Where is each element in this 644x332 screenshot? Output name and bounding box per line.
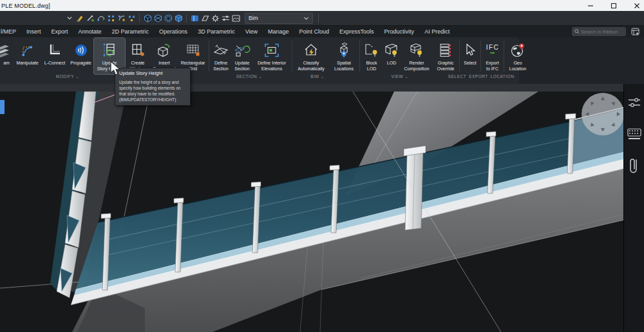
titlebar: PLE MODEL.dwg] (0, 0, 644, 11)
tab-mep[interactable]: l/MEP (0, 28, 21, 35)
toolbar-separator (318, 14, 319, 23)
ribbon-button-propagate[interactable]: Propagate (68, 38, 94, 74)
ribbon-button-update-section[interactable]: Update Section (232, 38, 252, 74)
iso-cube-2-icon[interactable] (153, 13, 163, 23)
group-separator (359, 41, 360, 72)
group-label-export[interactable]: EXPORT (469, 74, 488, 79)
group-separator (209, 41, 209, 72)
tab-operations[interactable]: Operations (154, 28, 193, 35)
create-window-icon (129, 40, 146, 61)
manipulate-icon (19, 40, 36, 61)
group-label-select[interactable]: SELECT (448, 74, 466, 79)
group-separator (292, 41, 292, 72)
ribbon-button-export-to-ifc[interactable]: IFC Export to IFC (482, 38, 503, 74)
define-interior-elevations-icon (263, 40, 280, 61)
l-connect-icon (46, 40, 63, 61)
panel-board-icon[interactable] (627, 128, 642, 142)
search-input[interactable] (581, 29, 623, 35)
tab-3d-parametric[interactable]: 3D Parametric (193, 28, 240, 35)
tooltip-update-story-height: Update Story Height Update the height of… (115, 68, 191, 106)
toolbar-separator (139, 14, 140, 23)
group-label-bim[interactable]: BIM (310, 74, 324, 79)
point-grid-icon[interactable] (106, 13, 116, 23)
ribbon-button-lod[interactable]: LOD (383, 38, 401, 74)
ribbon-button-define-interior-elevations[interactable]: Define Interior Elevations (252, 38, 291, 74)
ribbon-button-beam[interactable]: am (0, 38, 13, 74)
ribbon-button-select[interactable]: Select (460, 38, 480, 74)
tooltip-body: Update the height of a story and specify… (119, 79, 186, 97)
tab-productivity[interactable]: Productivity (379, 28, 420, 35)
tooltip-title: Update Story Height (119, 70, 186, 76)
tab-annotate[interactable]: Annotate (73, 28, 107, 35)
workspace-dropdown[interactable]: Bim (245, 13, 313, 24)
ribbon-button-block-lod[interactable]: Block LOD (361, 38, 383, 74)
ribbon-button-l-connect[interactable]: L-Connect (42, 38, 68, 74)
tab-insert[interactable]: Insert (21, 28, 46, 35)
overlay-sliders-icon[interactable] (220, 13, 231, 23)
ribbon-button-manipulate[interactable]: Manipulate (13, 38, 42, 74)
tab-export[interactable]: Export (46, 28, 73, 35)
classify-automatically-icon (303, 40, 319, 61)
update-story-height-icon (101, 40, 118, 61)
navigation-wheel[interactable] (582, 93, 624, 135)
lasso-points-icon[interactable] (116, 13, 126, 23)
workspace-name: Bim (249, 15, 258, 21)
image-icon[interactable] (231, 13, 241, 23)
model-viewport[interactable] (0, 84, 644, 332)
ribbon-button-render-composition[interactable]: Render Composition (401, 38, 433, 74)
group-separator (504, 41, 504, 72)
group-label-section[interactable]: SECTION (236, 74, 263, 79)
close-button[interactable] (632, 1, 641, 10)
ribbon-search[interactable] (572, 27, 626, 36)
ribbon: am Manipulate L-Connect Propagate (0, 37, 644, 84)
window-controls (586, 0, 641, 11)
group-label-modify[interactable]: MODIFY (56, 74, 79, 79)
lod-icon (383, 40, 400, 61)
tab-manage[interactable]: Manage (263, 28, 294, 35)
group-separator (480, 41, 481, 72)
pipette-add-icon[interactable] (85, 13, 95, 23)
render-composition-icon (408, 40, 425, 61)
group-label-view[interactable]: VIEW (392, 74, 409, 79)
viewport-3d-scene[interactable] (0, 84, 644, 332)
group-label-location[interactable]: LOCATION (491, 74, 515, 79)
wipeout-icon[interactable] (200, 13, 210, 23)
tab-view[interactable]: View (240, 28, 263, 35)
tab-expresstools[interactable]: ExpressTools (334, 28, 379, 35)
iso-cube-1-icon[interactable] (142, 13, 153, 23)
points-icon[interactable] (126, 13, 137, 23)
ribbon-button-graphic-override[interactable]: Graphic Override (433, 38, 459, 74)
ribbon-button-spatial-locations[interactable]: Spatial Locations (329, 38, 359, 74)
tab-2d-parametric[interactable]: 2D Parametric (107, 28, 155, 35)
ribbon-button-classify-automatically[interactable]: Classify Automatically (293, 38, 329, 74)
app-window: PLE MODEL.dwg] (0, 0, 644, 332)
minimize-button[interactable] (586, 1, 595, 10)
geo-location-icon (509, 40, 526, 61)
group-separator (459, 41, 460, 72)
ribbon-button-geo-location[interactable]: Geo Location (505, 38, 531, 74)
freehand-select-icon[interactable] (95, 13, 106, 23)
qat-expand-chevron-icon[interactable] (64, 13, 75, 23)
iso-cube-3-icon[interactable] (173, 13, 184, 23)
chevron-down-icon (303, 15, 309, 21)
mouse-cursor (108, 60, 122, 77)
maximize-button[interactable] (609, 1, 618, 10)
svg-text:IFC: IFC (486, 44, 499, 51)
tab-point-cloud[interactable]: Point Cloud (294, 28, 335, 35)
update-section-icon (234, 40, 251, 61)
spray-icon[interactable] (75, 13, 85, 23)
attachment-icon[interactable] (627, 156, 641, 177)
panel-icon[interactable] (189, 13, 200, 23)
rectangular-grid-icon (185, 40, 202, 61)
left-edge-panel-tab[interactable] (0, 100, 5, 114)
tab-ai-predict[interactable]: AI Predict (419, 28, 455, 35)
overlay-settings-icon[interactable] (627, 95, 642, 110)
gear-icon[interactable] (210, 13, 220, 23)
ribbon-panel-toggle-icon[interactable] (630, 27, 640, 36)
ribbon-buttons-row: am Manipulate L-Connect Propagate (0, 38, 531, 74)
quick-access-toolbar: Bim (0, 11, 644, 26)
iso-cube-sphere-icon[interactable] (163, 13, 173, 23)
ribbon-button-define-section[interactable]: Define Section (210, 38, 232, 74)
spatial-locations-icon (336, 40, 352, 61)
ribbon-group-labels: MODIFY SECTION BIM VIEW SELECT EXPORT LO… (0, 74, 519, 83)
